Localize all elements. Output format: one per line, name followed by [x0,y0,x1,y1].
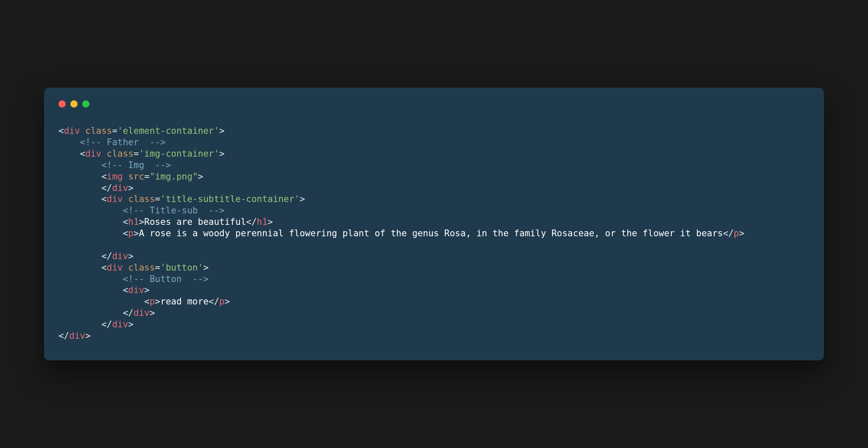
code-line-8: <!-- Title-sub --> [58,205,225,216]
code-line-18: </div> [58,331,91,341]
close-icon[interactable] [58,100,66,108]
code-line-7: <div class='title-subtitle-container'> [58,194,305,205]
code-line-14: <div> [58,285,150,296]
code-line-2: <!-- Father --> [58,137,166,148]
window-titlebar [58,100,810,108]
code-line-16: </div> [58,307,155,319]
code-line-15: <p>read more</p> [58,296,230,307]
code-line-13: <!-- Button --> [58,274,209,285]
code-line-11: </div> [58,251,134,262]
code-line-10: <p>A rose is a woody perennial flowering… [58,228,810,239]
code-line-5: <img src="img.png"> [58,171,203,183]
code-line-12: <div class='button'> [58,262,209,274]
code-line-9: <h1>Roses are beautiful</h1> [58,216,273,228]
code-line-3: <div class='img-container'> [58,148,225,160]
code-window: <div class='element-container'> <!-- Fat… [44,88,824,360]
code-block: <div class='element-container'> <!-- Fat… [58,125,810,342]
code-line-1: <div class='element-container'> [58,126,225,136]
minimize-icon[interactable] [70,100,78,108]
code-line-6: </div> [58,183,134,194]
code-line-4: <!-- Img --> [58,160,171,171]
code-line-17: </div> [58,319,134,330]
maximize-icon[interactable] [82,100,89,108]
